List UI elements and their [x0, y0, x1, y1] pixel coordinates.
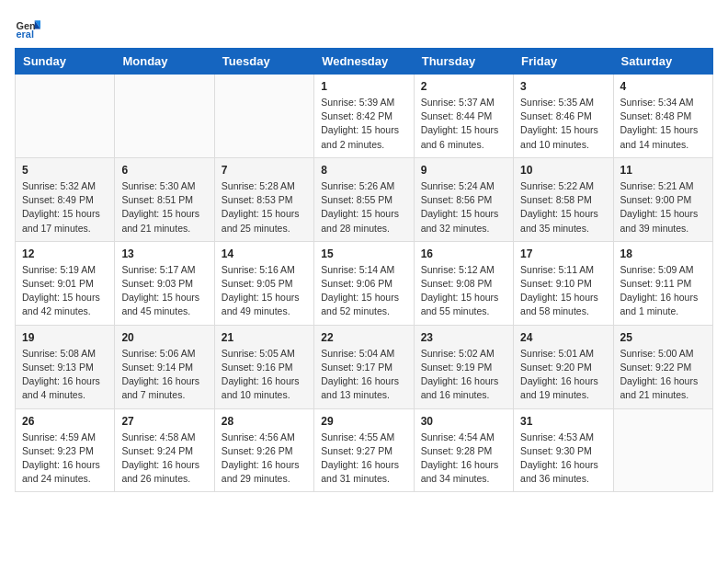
calendar-cell: 26Sunrise: 4:59 AM Sunset: 9:23 PM Dayli…	[16, 408, 115, 492]
day-number: 2	[421, 80, 506, 93]
day-number: 30	[421, 415, 506, 428]
day-number: 13	[121, 247, 207, 260]
day-info: Sunrise: 5:37 AM Sunset: 8:44 PM Dayligh…	[421, 96, 506, 152]
calendar-cell: 11Sunrise: 5:21 AM Sunset: 9:00 PM Dayli…	[613, 157, 712, 241]
calendar-cell: 9Sunrise: 5:24 AM Sunset: 8:56 PM Daylig…	[414, 157, 513, 241]
day-number: 7	[222, 164, 307, 177]
day-number: 26	[22, 415, 108, 428]
calendar-cell: 20Sunrise: 5:06 AM Sunset: 9:14 PM Dayli…	[115, 325, 214, 408]
day-number: 3	[520, 80, 606, 93]
calendar-week-row: 12Sunrise: 5:19 AM Sunset: 9:01 PM Dayli…	[16, 241, 713, 325]
day-info: Sunrise: 5:08 AM Sunset: 9:13 PM Dayligh…	[22, 347, 108, 403]
day-number: 28	[222, 415, 307, 428]
calendar-cell: 6Sunrise: 5:30 AM Sunset: 8:51 PM Daylig…	[115, 157, 214, 241]
day-number: 5	[22, 164, 108, 177]
logo-icon: Gen eral	[15, 15, 40, 40]
day-number: 18	[620, 247, 706, 260]
calendar-cell: 15Sunrise: 5:14 AM Sunset: 9:06 PM Dayli…	[314, 241, 414, 325]
day-info: Sunrise: 5:21 AM Sunset: 9:00 PM Dayligh…	[620, 179, 706, 236]
day-info: Sunrise: 5:01 AM Sunset: 9:20 PM Dayligh…	[520, 347, 606, 403]
calendar-cell: 24Sunrise: 5:01 AM Sunset: 9:20 PM Dayli…	[514, 325, 613, 408]
day-info: Sunrise: 5:05 AM Sunset: 9:16 PM Dayligh…	[222, 347, 307, 403]
day-number: 23	[421, 331, 506, 344]
day-number: 9	[421, 164, 506, 177]
day-info: Sunrise: 5:32 AM Sunset: 8:49 PM Dayligh…	[22, 179, 108, 236]
weekday-header: Wednesday	[314, 49, 414, 75]
calendar-week-row: 1Sunrise: 5:39 AM Sunset: 8:42 PM Daylig…	[16, 75, 713, 158]
calendar-cell: 1Sunrise: 5:39 AM Sunset: 8:42 PM Daylig…	[314, 75, 414, 158]
calendar-cell: 19Sunrise: 5:08 AM Sunset: 9:13 PM Dayli…	[16, 325, 115, 408]
calendar-cell	[214, 75, 313, 158]
day-number: 24	[520, 331, 606, 344]
calendar-cell: 13Sunrise: 5:17 AM Sunset: 9:03 PM Dayli…	[115, 241, 214, 325]
day-number: 15	[321, 247, 406, 260]
day-info: Sunrise: 5:24 AM Sunset: 8:56 PM Dayligh…	[421, 179, 506, 236]
calendar-cell: 30Sunrise: 4:54 AM Sunset: 9:28 PM Dayli…	[414, 408, 513, 492]
day-info: Sunrise: 5:22 AM Sunset: 8:58 PM Dayligh…	[520, 179, 606, 236]
calendar-cell: 25Sunrise: 5:00 AM Sunset: 9:22 PM Dayli…	[613, 325, 712, 408]
calendar-cell: 14Sunrise: 5:16 AM Sunset: 9:05 PM Dayli…	[214, 241, 313, 325]
day-number: 14	[222, 247, 307, 260]
calendar-cell: 17Sunrise: 5:11 AM Sunset: 9:10 PM Dayli…	[514, 241, 613, 325]
day-number: 21	[222, 331, 307, 344]
day-number: 19	[22, 331, 108, 344]
calendar-table: SundayMondayTuesdayWednesdayThursdayFrid…	[15, 48, 713, 492]
day-info: Sunrise: 5:00 AM Sunset: 9:22 PM Dayligh…	[620, 347, 706, 403]
calendar-cell	[613, 408, 712, 492]
weekday-header: Tuesday	[214, 49, 313, 75]
calendar-cell: 28Sunrise: 4:56 AM Sunset: 9:26 PM Dayli…	[214, 408, 313, 492]
calendar-header-row: SundayMondayTuesdayWednesdayThursdayFrid…	[16, 49, 713, 75]
calendar-cell: 18Sunrise: 5:09 AM Sunset: 9:11 PM Dayli…	[613, 241, 712, 325]
calendar-cell: 8Sunrise: 5:26 AM Sunset: 8:55 PM Daylig…	[314, 157, 414, 241]
calendar-cell: 10Sunrise: 5:22 AM Sunset: 8:58 PM Dayli…	[514, 157, 613, 241]
day-number: 20	[121, 331, 207, 344]
day-number: 27	[121, 415, 207, 428]
day-number: 22	[321, 331, 406, 344]
day-info: Sunrise: 4:55 AM Sunset: 9:27 PM Dayligh…	[321, 431, 406, 487]
day-info: Sunrise: 5:02 AM Sunset: 9:19 PM Dayligh…	[421, 347, 506, 403]
calendar-cell: 7Sunrise: 5:28 AM Sunset: 8:53 PM Daylig…	[214, 157, 313, 241]
day-number: 11	[620, 164, 706, 177]
day-info: Sunrise: 5:16 AM Sunset: 9:05 PM Dayligh…	[222, 263, 307, 319]
day-number: 25	[620, 331, 706, 344]
day-info: Sunrise: 4:53 AM Sunset: 9:30 PM Dayligh…	[520, 431, 606, 487]
day-number: 8	[321, 164, 406, 177]
calendar-cell: 21Sunrise: 5:05 AM Sunset: 9:16 PM Dayli…	[214, 325, 313, 408]
calendar-week-row: 26Sunrise: 4:59 AM Sunset: 9:23 PM Dayli…	[16, 408, 713, 492]
day-info: Sunrise: 5:17 AM Sunset: 9:03 PM Dayligh…	[121, 263, 207, 319]
day-info: Sunrise: 4:54 AM Sunset: 9:28 PM Dayligh…	[421, 431, 506, 487]
calendar-cell: 31Sunrise: 4:53 AM Sunset: 9:30 PM Dayli…	[514, 408, 613, 492]
calendar-cell: 29Sunrise: 4:55 AM Sunset: 9:27 PM Dayli…	[314, 408, 414, 492]
weekday-header: Sunday	[16, 49, 115, 75]
calendar-week-row: 5Sunrise: 5:32 AM Sunset: 8:49 PM Daylig…	[16, 157, 713, 241]
day-info: Sunrise: 5:30 AM Sunset: 8:51 PM Dayligh…	[121, 179, 207, 236]
day-number: 1	[321, 80, 406, 93]
day-info: Sunrise: 4:58 AM Sunset: 9:24 PM Dayligh…	[121, 431, 207, 487]
calendar-cell: 4Sunrise: 5:34 AM Sunset: 8:48 PM Daylig…	[613, 75, 712, 158]
day-info: Sunrise: 5:35 AM Sunset: 8:46 PM Dayligh…	[520, 96, 606, 152]
day-number: 10	[520, 164, 606, 177]
day-info: Sunrise: 5:19 AM Sunset: 9:01 PM Dayligh…	[22, 263, 108, 319]
calendar-cell: 16Sunrise: 5:12 AM Sunset: 9:08 PM Dayli…	[414, 241, 513, 325]
weekday-header: Thursday	[414, 49, 513, 75]
calendar-cell: 27Sunrise: 4:58 AM Sunset: 9:24 PM Dayli…	[115, 408, 214, 492]
day-number: 17	[520, 247, 606, 260]
day-info: Sunrise: 4:59 AM Sunset: 9:23 PM Dayligh…	[22, 431, 108, 487]
day-info: Sunrise: 5:11 AM Sunset: 9:10 PM Dayligh…	[520, 263, 606, 319]
day-info: Sunrise: 5:14 AM Sunset: 9:06 PM Dayligh…	[321, 263, 406, 319]
calendar-cell: 2Sunrise: 5:37 AM Sunset: 8:44 PM Daylig…	[414, 75, 513, 158]
day-number: 16	[421, 247, 506, 260]
day-info: Sunrise: 5:12 AM Sunset: 9:08 PM Dayligh…	[421, 263, 506, 319]
calendar-cell	[115, 75, 214, 158]
day-info: Sunrise: 5:39 AM Sunset: 8:42 PM Dayligh…	[321, 96, 406, 152]
day-info: Sunrise: 5:09 AM Sunset: 9:11 PM Dayligh…	[620, 263, 706, 319]
day-info: Sunrise: 5:34 AM Sunset: 8:48 PM Dayligh…	[620, 96, 706, 152]
weekday-header: Monday	[115, 49, 214, 75]
page-header: Gen eral	[15, 15, 713, 40]
day-info: Sunrise: 5:06 AM Sunset: 9:14 PM Dayligh…	[121, 347, 207, 403]
day-number: 6	[121, 164, 207, 177]
calendar-cell: 3Sunrise: 5:35 AM Sunset: 8:46 PM Daylig…	[514, 75, 613, 158]
calendar-week-row: 19Sunrise: 5:08 AM Sunset: 9:13 PM Dayli…	[16, 325, 713, 408]
day-number: 4	[620, 80, 706, 93]
logo: Gen eral	[15, 15, 44, 40]
